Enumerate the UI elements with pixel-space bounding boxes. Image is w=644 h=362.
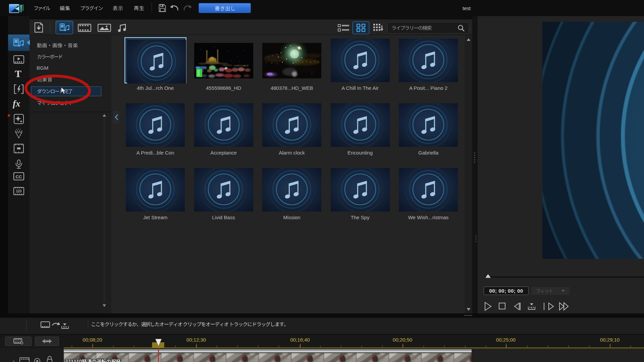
svg-text:123: 123 [16, 189, 22, 193]
svg-text:CC: CC [16, 174, 22, 179]
